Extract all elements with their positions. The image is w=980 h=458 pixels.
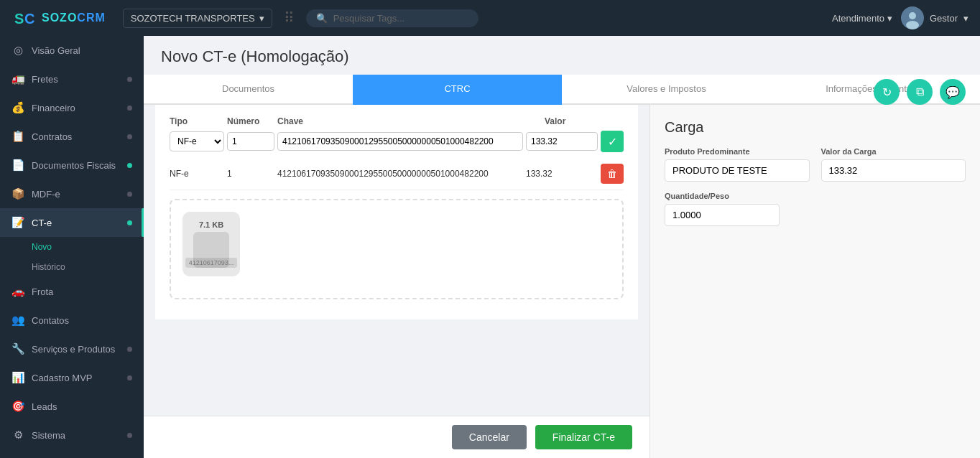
finalizar-button[interactable]: Finalizar CT-e bbox=[535, 425, 632, 449]
fretes-dot bbox=[127, 77, 132, 82]
file-name: 41210617093... bbox=[185, 258, 237, 268]
main-area: ◎ Visão Geral 🚛 Fretes 💰 Financeiro 📋 Co… bbox=[0, 36, 980, 458]
sidebar-label: Visão Geral bbox=[32, 45, 80, 56]
servicos-dot bbox=[127, 347, 132, 352]
financeiro-dot bbox=[127, 106, 132, 111]
tab-documentos[interactable]: Documentos bbox=[144, 75, 353, 105]
fretes-icon: 🚛 bbox=[11, 73, 24, 85]
leads-icon: 🎯 bbox=[11, 400, 24, 413]
qtd-field: Quantidade/Peso bbox=[665, 192, 966, 226]
user-button[interactable]: Gestor ▾ bbox=[901, 6, 969, 29]
tab-ctrc[interactable]: CTRC bbox=[353, 75, 562, 105]
qtd-label: Quantidade/Peso bbox=[665, 192, 966, 200]
grid-icon[interactable]: ⠿ bbox=[284, 9, 295, 27]
carga-panel: Carga Produto Predominante Valor da Carg… bbox=[650, 105, 980, 458]
delete-doc-button[interactable]: 🗑 bbox=[601, 164, 624, 184]
search-box: 🔍 bbox=[306, 9, 479, 27]
valor-input[interactable] bbox=[526, 132, 598, 151]
sidebar-item-frota[interactable]: 🚗 Frota bbox=[0, 277, 144, 306]
mdf-e-icon: 📦 bbox=[11, 187, 24, 200]
search-input[interactable] bbox=[333, 13, 456, 24]
qtd-input[interactable] bbox=[665, 204, 780, 226]
sidebar-label: CT-e bbox=[32, 218, 52, 228]
cadastro-icon: 📊 bbox=[11, 371, 24, 384]
produto-input[interactable] bbox=[665, 159, 810, 182]
doc-input-row: NF-e NF-eC CT-e ✓ bbox=[170, 131, 624, 152]
tab-valores-impostos[interactable]: Valores e Impostos bbox=[562, 75, 771, 105]
user-name: Gestor bbox=[930, 13, 958, 24]
company-selector[interactable]: SOZOTECH TRANSPORTES ▾ bbox=[123, 9, 272, 28]
sidebar-label: Leads bbox=[32, 401, 57, 412]
carga-row-2: Quantidade/Peso bbox=[665, 192, 966, 226]
sidebar-item-visao-geral[interactable]: ◎ Visão Geral bbox=[0, 36, 144, 65]
copy-button[interactable]: ⧉ bbox=[907, 79, 933, 105]
atendimento-button[interactable]: Atendimento ▾ bbox=[832, 13, 892, 24]
atendimento-label: Atendimento bbox=[832, 13, 884, 24]
documentos-fiscais-dot bbox=[127, 163, 132, 168]
chave-input[interactable] bbox=[277, 132, 523, 151]
sidebar: ◎ Visão Geral 🚛 Fretes 💰 Financeiro 📋 Co… bbox=[0, 36, 144, 458]
sidebar-item-sistema[interactable]: ⚙ Sistema bbox=[0, 421, 144, 449]
header-valor: Valor bbox=[545, 116, 624, 126]
logo-icon: S C bbox=[11, 5, 37, 31]
sidebar-item-ct-e-historico[interactable]: Histórico bbox=[0, 257, 144, 277]
novo-label: Novo bbox=[32, 242, 52, 252]
row-numero: 1 bbox=[227, 169, 274, 179]
chevron-down-icon: ▾ bbox=[259, 13, 264, 24]
carga-title: Carga bbox=[665, 119, 966, 136]
valor-carga-field: Valor da Carga bbox=[821, 147, 966, 182]
sidebar-item-mdf-e[interactable]: 📦 MDF-e bbox=[0, 179, 144, 208]
numero-input[interactable] bbox=[227, 132, 274, 151]
historico-label: Histórico bbox=[32, 262, 65, 272]
tabs-row: Documentos CTRC Valores e Impostos Infor… bbox=[144, 75, 980, 105]
bottom-bar: Cancelar Finalizar CT-e bbox=[144, 416, 650, 458]
logo: S C SOZOCRM bbox=[11, 5, 106, 31]
cancelar-button[interactable]: Cancelar bbox=[452, 425, 527, 449]
file-drop-area[interactable]: 7.1 KB 41210617093... bbox=[170, 199, 624, 299]
file-thumbnail[interactable]: 7.1 KB 41210617093... bbox=[182, 212, 240, 276]
sidebar-item-cadastro-mvp[interactable]: 📊 Cadastro MVP bbox=[0, 363, 144, 392]
sidebar-label: Sistema bbox=[32, 430, 65, 441]
chat-button[interactable]: 💬 bbox=[940, 79, 966, 105]
valor-carga-input[interactable] bbox=[821, 159, 966, 182]
sidebar-item-servicos-produtos[interactable]: 🔧 Serviços e Produtos bbox=[0, 335, 144, 363]
sidebar-item-financeiro[interactable]: 💰 Financeiro bbox=[0, 93, 144, 122]
sidebar-label: Documentos Fiscais bbox=[32, 160, 116, 171]
sidebar-item-contratos[interactable]: 📋 Contratos bbox=[0, 122, 144, 151]
add-doc-button[interactable]: ✓ bbox=[601, 131, 624, 152]
left-scroll: Tipo Número Chave Valor NF-e NF-eC bbox=[144, 105, 650, 416]
sidebar-item-fretes[interactable]: 🚛 Fretes bbox=[0, 65, 144, 93]
tipo-select[interactable]: NF-e NF-eC CT-e bbox=[170, 131, 224, 151]
produto-label: Produto Predominante bbox=[665, 147, 810, 156]
contratos-icon: 📋 bbox=[11, 130, 24, 143]
avatar-img bbox=[901, 6, 924, 29]
search-icon: 🔍 bbox=[316, 13, 328, 24]
sidebar-item-ct-e-novo[interactable]: Novo bbox=[0, 237, 144, 257]
ct-e-dot bbox=[127, 220, 132, 225]
top-nav: S C SOZOCRM SOZOTECH TRANSPORTES ▾ ⠿ 🔍 A… bbox=[0, 0, 980, 36]
carga-row-1: Produto Predominante Valor da Carga bbox=[665, 147, 966, 182]
sidebar-label: Frota bbox=[32, 286, 53, 297]
ct-e-icon: 📝 bbox=[11, 216, 24, 229]
financeiro-icon: 💰 bbox=[11, 101, 24, 114]
sidebar-item-ct-e[interactable]: 📝 CT-e bbox=[0, 208, 144, 237]
header-tipo: Tipo bbox=[170, 116, 227, 126]
content-header-wrap: Novo CT-e (Homologação) ↻ ⧉ 💬 bbox=[144, 36, 980, 75]
sidebar-label: MDF-e bbox=[32, 189, 60, 200]
sidebar-item-leads[interactable]: 🎯 Leads bbox=[0, 392, 144, 421]
company-name: SOZOTECH TRANSPORTES bbox=[131, 13, 255, 24]
refresh-button[interactable]: ↻ bbox=[874, 79, 900, 105]
action-icons: ↻ ⧉ 💬 bbox=[874, 79, 966, 105]
logo-text: SOZOCRM bbox=[42, 11, 106, 24]
left-panel: Tipo Número Chave Valor NF-e NF-eC bbox=[144, 105, 650, 458]
sistema-icon: ⚙ bbox=[11, 429, 24, 441]
svg-point-5 bbox=[906, 21, 919, 29]
sidebar-item-contatos[interactable]: 👥 Contatos bbox=[0, 306, 144, 335]
row-tipo: NF-e bbox=[170, 169, 224, 179]
nav-right: Atendimento ▾ Gestor ▾ bbox=[832, 6, 969, 29]
documentos-fiscais-icon: 📄 bbox=[11, 159, 24, 172]
table-row: NF-e 1 412106170935090001295500500000005… bbox=[170, 158, 624, 190]
avatar bbox=[901, 6, 924, 29]
produto-field: Produto Predominante bbox=[665, 147, 810, 182]
sidebar-item-documentos-fiscais[interactable]: 📄 Documentos Fiscais bbox=[0, 151, 144, 179]
